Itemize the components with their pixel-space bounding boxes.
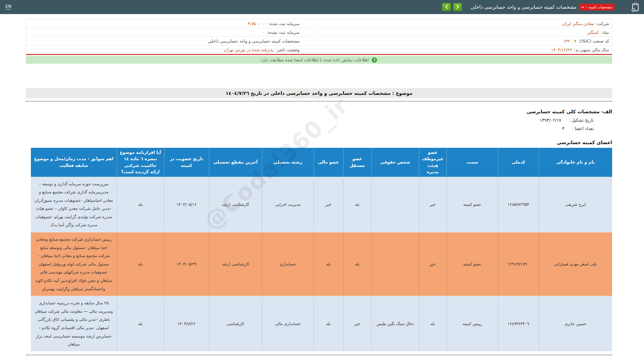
cell-membership-date: ۱۴۰۳/۰۵/۲۹ — [164, 232, 209, 296]
cell-financial: بله — [314, 232, 343, 296]
field-value: کمنگنز — [587, 30, 599, 35]
field-label: کد صنعت (ISIC): — [579, 39, 609, 44]
cell-national-id: ۱۲۹۱۴۷۱۷۹۰ — [498, 232, 539, 296]
column-header-financial: عضو مالی — [314, 148, 343, 177]
banner-text: اطلاعات نمایش داده شده با اطلاعات امضا ش… — [261, 57, 369, 62]
column-header-nonexec-board: عضو غیرموظف هیئت مدیره — [419, 148, 446, 177]
table-header-row: نام و نام خانوادگی کدملی سمت عضو غیرموظف… — [31, 148, 612, 177]
cell-independent: بله — [343, 177, 371, 233]
company-info-table: شرکت: معادن منگنز ایران سرمایه ثبت شده: … — [26, 19, 612, 55]
column-header-degree: آخرین مقطع تحصیلی — [209, 148, 262, 177]
cell-position: عضو کمیته — [446, 232, 498, 296]
field-value: ۳ — [562, 126, 565, 131]
column-header-membership-date: تاریخ عضویت در کمیته — [164, 148, 209, 177]
dashed-divider — [26, 101, 612, 102]
field-value: ۱۳۹۳/۰۲/۱۷ — [540, 118, 561, 123]
info-row: سال مالی منتهی به: ۱۴۰۴/۱۲/۲۹ وضعیت ناشر… — [26, 45, 612, 54]
next-page-button[interactable] — [453, 3, 462, 11]
cell-degree: کارشناسی ارشد — [209, 232, 262, 296]
field-value: ۱۴۰۴/۱۲/۲۹ — [551, 47, 572, 52]
field-label: شرکت: — [596, 21, 609, 26]
cell-declaration: بله — [117, 296, 164, 351]
info-row: کد صنعت (ISIC): ۱۳۲۰۰۴ مشخصات کمیته حساب… — [26, 37, 612, 45]
cell-study-field: حسابداری مالی — [262, 296, 314, 351]
cell-study-field: مدیریت اجرایی — [262, 177, 314, 233]
cell-position: رییس کمیته — [446, 296, 498, 351]
field-value: ۳,۷۵۰,۰۰۰ — [248, 21, 266, 26]
cell-independent: بله — [343, 232, 371, 296]
cell-legal-person — [371, 232, 419, 296]
column-header-legal-person: شخص حقوقی — [371, 148, 419, 177]
unregistered-capital-field: سرمایه ثبت نشده: ۰ — [26, 30, 319, 35]
table-row: علی اصغر مهدی فسارانی ۱۲۹۱۴۷۱۷۹۰ عضو کمی… — [31, 232, 612, 296]
report-name-field: مشخصات کمیته حسابرسی و واحد حسابرسی داخل… — [26, 39, 319, 44]
cell-legal-person — [371, 177, 419, 233]
field-label: وضعیت ناشر: — [275, 47, 300, 52]
fiscal-year-field: سال مالی منتهی به: ۱۴۰۴/۱۲/۲۹ — [319, 47, 612, 52]
chevron-down-icon — [581, 5, 584, 9]
top-bar: EN مشخصات کمیته ‹ مش — [0, 0, 644, 14]
report-content: @Codal360_ir شرکت: معادن منگنز ایران سرم… — [0, 19, 644, 362]
subject-text: موضوع : مشخصات کمیته حسابرسی و واحد حساب… — [226, 90, 413, 96]
info-row: شرکت: معادن منگنز ایران سرمایه ثبت شده: … — [26, 19, 612, 28]
language-toggle[interactable]: EN — [5, 4, 11, 9]
section-a-heading: الف- مشخصات کلی کمیته حسابرسی — [26, 109, 612, 114]
column-header-study-field: رشته تحصیلی — [262, 148, 314, 177]
cell-membership-date: ۱۴۰۳/۰۵/۱۶ — [164, 177, 209, 233]
field-label: نماد: — [601, 30, 609, 35]
symbol-field: نماد: کمنگنز — [319, 30, 612, 35]
members-table-heading: اعضای کمیته حسابرسی — [26, 140, 612, 145]
field-label: سرمایه ثبت شده: — [268, 21, 300, 26]
info-row: نماد: کمنگنز سرمایه ثبت نشده: ۰ — [26, 28, 612, 37]
table-row: حسین جابری ۱۲۸۹۴۶۳۴۰۹ رییس کمیته بله ذغا… — [31, 296, 612, 351]
publisher-status-field: وضعیت ناشر: پذیرفته شده در بورس تهران — [26, 47, 319, 52]
members-count-line: تعداد اعضا : ۳ — [26, 126, 612, 131]
field-value: ۰ — [263, 30, 265, 35]
cell-financial: بله — [314, 296, 343, 351]
committee-specs-menu-button[interactable]: مشخصات کمیته ‹ — [579, 4, 614, 10]
column-header-independent: عضو مستقل — [343, 148, 371, 177]
signature-match-banner: i اطلاعات نمایش داده شده با اطلاعات امضا… — [26, 56, 612, 64]
subject-bar: موضوع : مشخصات کمیته حسابرسی و واحد حساب… — [26, 88, 612, 98]
cell-background: سرپرست حوزه سرمایه گذاری و توسعه –مدیرسر… — [31, 177, 117, 233]
cell-study-field: حسابداری — [262, 232, 314, 296]
cell-degree: کارشناسی — [209, 296, 262, 351]
menu-button-label: مشخصات کمیته ‹ — [586, 5, 612, 9]
prev-page-button[interactable] — [442, 3, 451, 11]
cell-national-id: ۱۲۸۹۴۶۳۴۰۹ — [498, 296, 539, 351]
column-header-position: سمت — [446, 148, 498, 177]
cell-degree: کارشناسی ارشد — [209, 177, 262, 233]
field-label: مشخصات کمیته حسابرسی و واحد حسابرسی داخل… — [208, 39, 300, 44]
cell-position: عضو کمیته — [446, 177, 498, 233]
info-circle-icon: i — [372, 57, 377, 63]
column-header-name: نام و نام خانوادگی — [539, 148, 612, 177]
dashed-divider — [26, 355, 612, 355]
column-header-background: اهم سوابق - مدت زمان/محل و موضوع سابقه ف… — [31, 148, 117, 177]
cell-legal-person: ذغال سنگ نگین طبس — [371, 296, 419, 351]
field-label: تاریخ تشکیل : — [569, 118, 594, 123]
table-row: ایرج شریفی ۱۲۸۵۷۷۲۹۵۴ عضو کمیته خیر بله … — [31, 177, 612, 233]
cell-national-id: ۱۲۸۵۷۷۲۹۵۴ — [498, 177, 539, 233]
field-label: سال مالی منتهی به: — [574, 47, 609, 52]
cell-membership-date: ۱۴۰۴/۷/۲۶ — [164, 296, 209, 351]
cell-nonexec: خیر — [419, 177, 446, 233]
cell-name: ایرج شریفی — [539, 177, 612, 233]
cell-background: ۲۵ سال سابقه و تجربه درزمینه حسابداری وم… — [31, 296, 117, 351]
field-label: تعداد اعضا : — [572, 126, 594, 131]
cell-financial: خیر — [314, 177, 343, 233]
audit-committee-members-table: نام و نام خانوادگی کدملی سمت عضو غیرموظف… — [31, 148, 612, 351]
field-label: سرمایه ثبت نشده: — [267, 30, 300, 35]
cell-nonexec: بله — [419, 296, 446, 351]
cell-name: حسین جابری — [539, 296, 612, 351]
cell-declaration: بله — [117, 177, 164, 233]
page-title: مشخصات کمیته حسابرسی و واحد حسابرسی داخل… — [471, 4, 577, 10]
chevron-left-icon — [445, 4, 448, 10]
registered-capital-field: سرمایه ثبت شده: ۳,۷۵۰,۰۰۰ — [26, 21, 319, 26]
column-header-declaration: آیا اقرارنامه موضوع تبصره ٦ ماده ١٤ حاکم… — [117, 148, 164, 177]
cell-name: علی اصغر مهدی فسارانی — [539, 232, 612, 296]
title-group: مشخصات کمیته ‹ مشخصات کمیته حسابرسی و وا… — [471, 0, 639, 14]
isic-code-field: کد صنعت (ISIC): ۱۳۲۰۰۴ — [319, 39, 612, 44]
chevron-right-icon — [456, 4, 459, 10]
clipboard-check-icon — [632, 3, 639, 12]
cell-nonexec: خیر — [419, 232, 446, 296]
